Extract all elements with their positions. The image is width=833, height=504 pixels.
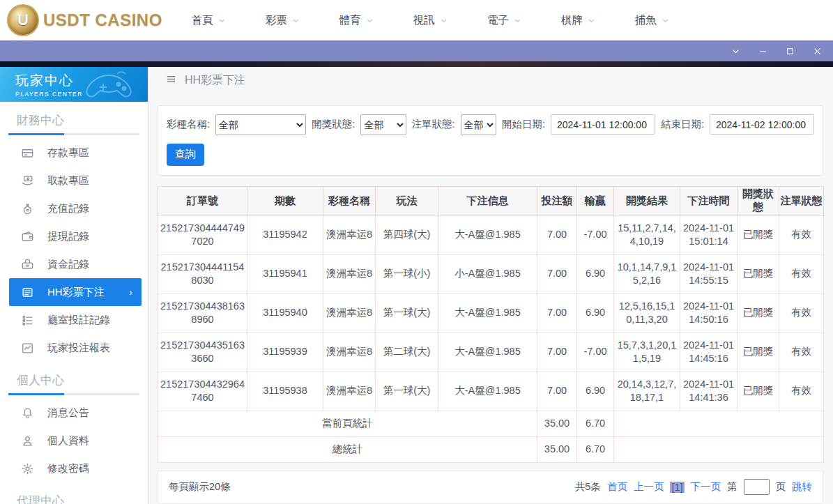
table-cell: 第四球(大) xyxy=(376,215,438,254)
search-button[interactable]: 查詢 xyxy=(167,144,204,166)
jump-suffix-label: 页 xyxy=(776,480,786,494)
order-status-select[interactable]: 全部 xyxy=(461,114,496,135)
table-cell: 大-A盤@1.985 xyxy=(438,293,537,333)
draw-status-select[interactable]: 全部 xyxy=(360,114,406,135)
table-cell: 2152173044329647460 xyxy=(158,372,247,411)
chevron-down-icon[interactable] xyxy=(731,47,740,56)
pager-controls: 共5条 首页 上一页 [1] 下一页 第 页 跳转 xyxy=(575,479,812,495)
sidebar-item-label: HH彩票下注 xyxy=(47,286,105,299)
sidebar-item-label: 充值記錄 xyxy=(47,202,89,215)
column-header: 期數 xyxy=(247,186,323,215)
prev-page-link[interactable]: 上一页 xyxy=(634,480,664,494)
pagination-bar: 每頁顯示20條 共5条 首页 上一页 [1] 下一页 第 页 跳转 xyxy=(158,471,823,504)
table-cell: 7.00 xyxy=(537,372,577,411)
nav-item-label: 棋牌 xyxy=(561,13,583,28)
table-cell: 2024-11-01 14:41:36 xyxy=(680,372,738,411)
nav-item-live-video[interactable]: 視訊 xyxy=(413,13,448,28)
sidebar-item-recharge-record[interactable]: 充值記錄 xyxy=(0,194,148,222)
table-row: 215217304432964746031195938澳洲幸运8第一球(大)大-… xyxy=(158,372,824,411)
nav-item-lottery[interactable]: 彩票 xyxy=(266,13,300,28)
sidebar-item-change-password[interactable]: 修改密碼 xyxy=(0,455,148,482)
sidebar-item-label: 取款專區 xyxy=(47,174,89,188)
column-header: 下注時間 xyxy=(680,186,738,215)
nav-item-home[interactable]: 首頁 xyxy=(192,13,226,28)
sidebar-item-label: 玩家投注報表 xyxy=(47,342,110,355)
table-row: 215217304444749702031195942澳洲幸运8第四球(大)大-… xyxy=(158,215,824,254)
table-cell: 大-A盤@1.985 xyxy=(438,215,537,254)
table-cell: 31195941 xyxy=(247,254,323,293)
sidebar-item-label: 個人資料 xyxy=(47,434,89,448)
table-cell: 第一球(大) xyxy=(376,372,438,411)
jump-button[interactable]: 跳转 xyxy=(792,480,812,494)
sidebar-item-profile[interactable]: 個人資料 xyxy=(0,427,148,455)
filter-panel: 彩種名稱: 全部 開獎狀態: 全部 注單狀態: 全部 開始日期: 結束日期: 查… xyxy=(158,105,823,176)
next-page-link[interactable]: 下一页 xyxy=(691,480,721,494)
sidebar-item-deposit-zone[interactable]: 存款專區 xyxy=(0,139,148,167)
table-row: 215217304441154803031195941澳洲幸运8第一球(小)小-… xyxy=(158,254,824,293)
chevron-down-icon xyxy=(662,17,669,24)
table-cell: 大-A盤@1.985 xyxy=(438,333,537,372)
breadcrumb: HH彩票下注 xyxy=(148,67,833,94)
nav-item-label: 捕魚 xyxy=(635,13,657,28)
sidebar-item-withdraw-zone[interactable]: 取款專區 xyxy=(0,167,148,194)
decorative-divider xyxy=(0,61,833,67)
nav-item-fishing[interactable]: 捕魚 xyxy=(635,13,669,28)
end-date-input[interactable] xyxy=(710,114,814,135)
chevron-down-icon xyxy=(292,17,300,24)
chevron-right-icon: › xyxy=(129,287,132,298)
table-cell: -7.00 xyxy=(577,333,614,372)
table-cell: 有效 xyxy=(779,372,824,411)
main-content: HH彩票下注 彩種名稱: 全部 開獎狀態: 全部 注單狀態: 全部 開始日期: … xyxy=(148,67,833,504)
table-cell: 已開獎 xyxy=(738,215,779,254)
jump-page-input[interactable] xyxy=(744,479,770,495)
lottery-name-select[interactable]: 全部 xyxy=(215,114,306,135)
top-header: U USDT CASINO 首頁彩票體育視訊電子棋牌捕魚 xyxy=(0,0,833,40)
table-cell: 7.00 xyxy=(537,293,577,333)
chevron-down-icon xyxy=(218,17,226,24)
table-cell: 已開獎 xyxy=(738,372,779,411)
nav-item-label: 體育 xyxy=(339,13,361,28)
maximize-icon[interactable] xyxy=(786,47,795,56)
sidebar-item-label: 提現記錄 xyxy=(47,230,89,243)
column-header: 下注信息 xyxy=(438,186,537,215)
section-underline xyxy=(8,393,139,395)
gamepad-icon xyxy=(77,70,141,100)
total-count-text: 共5条 xyxy=(575,480,601,494)
table-cell: 2152173044411548030 xyxy=(158,254,247,293)
money-bag-icon xyxy=(21,202,34,215)
table-cell: 7.00 xyxy=(537,215,577,254)
hamburger-icon[interactable] xyxy=(165,74,177,87)
nav-item-card-games[interactable]: 棋牌 xyxy=(561,13,595,28)
purse-icon xyxy=(21,258,34,271)
nav-item-slots[interactable]: 電子 xyxy=(487,13,521,28)
table-cell: 2024-11-01 14:50:16 xyxy=(680,293,738,333)
sidebar-item-hh-lottery-bets[interactable]: HH彩票下注› xyxy=(9,278,142,306)
nav-item-label: 視訊 xyxy=(413,13,435,28)
minimize-icon[interactable] xyxy=(758,47,767,56)
logo: U USDT CASINO xyxy=(7,4,162,36)
table-cell: -7.00 xyxy=(577,215,614,254)
sidebar-item-withdrawal-record[interactable]: 提現記錄 xyxy=(0,222,148,250)
bets-table-panel: 訂單號期數彩種名稱玩法下注信息投注額輸贏開獎結果下注時間開獎狀態注單狀態 215… xyxy=(158,186,823,463)
sidebar-item-player-bet-report[interactable]: 玩家投注報表 xyxy=(0,334,148,362)
table-cell: 有效 xyxy=(779,215,824,254)
table-cell: 6.90 xyxy=(577,254,614,293)
sidebar-item-announcements[interactable]: 消息公告 xyxy=(0,399,148,427)
close-icon[interactable] xyxy=(813,47,822,56)
table-cell: 6.90 xyxy=(577,293,614,333)
list-record-icon xyxy=(21,314,34,327)
jump-prefix-label: 第 xyxy=(727,480,738,494)
logo-coin-icon: U xyxy=(7,4,39,36)
sidebar-item-funds-record[interactable]: 資金記錄 xyxy=(0,250,148,278)
breadcrumb-title: HH彩票下注 xyxy=(185,73,245,88)
first-page-link[interactable]: 首页 xyxy=(607,480,627,494)
sidebar-item-label: 修改密碼 xyxy=(47,462,89,475)
table-cell: 15,11,2,7,14,4,10,19 xyxy=(614,215,680,254)
sidebar-item-room-bet-record[interactable]: 廳室投註記錄 xyxy=(0,306,148,334)
chevron-down-icon xyxy=(514,17,521,24)
table-cell: 2024-11-01 14:55:15 xyxy=(680,254,738,293)
nav-item-sports[interactable]: 體育 xyxy=(339,13,374,28)
start-date-input[interactable] xyxy=(551,114,655,135)
column-header: 輸贏 xyxy=(577,186,614,215)
summary-bet-total: 35.00 xyxy=(537,436,577,462)
